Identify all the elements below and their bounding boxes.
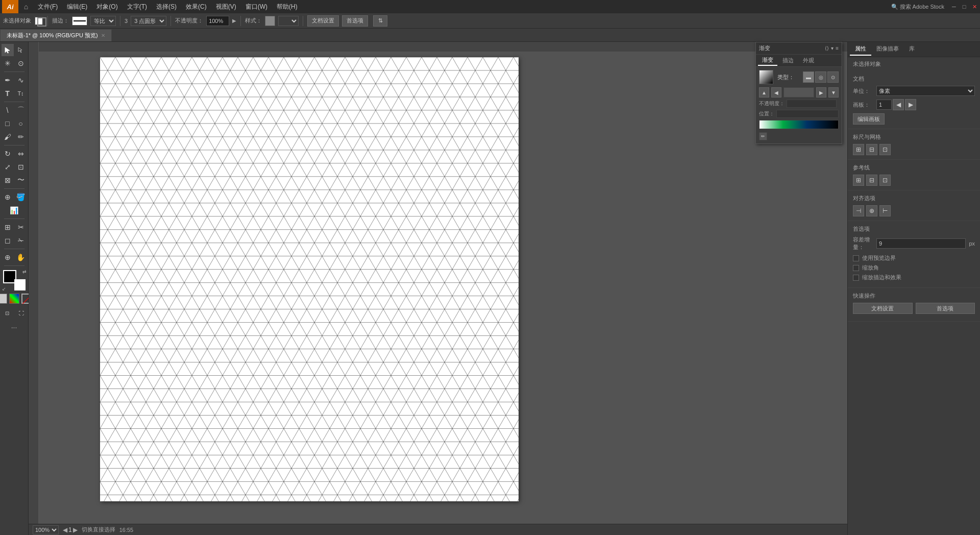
scissors-tool[interactable]: ✁ xyxy=(15,234,27,247)
more-tools[interactable]: ··· xyxy=(0,321,28,333)
snap-center-btn[interactable]: ⊕ xyxy=(866,205,877,216)
paintbrush-tool[interactable]: 🖌 xyxy=(2,131,14,143)
gradient-right-btn[interactable]: ▶ xyxy=(816,87,826,98)
freeform-gradient-btn[interactable]: ⊙ xyxy=(827,71,839,83)
gradient-up-btn[interactable]: ▲ xyxy=(759,87,769,98)
shear-tool[interactable]: ⊡ xyxy=(15,161,27,173)
width-tool[interactable]: ⊠ xyxy=(2,174,14,186)
ellipse-tool[interactable]: ○ xyxy=(15,117,27,130)
style-select[interactable] xyxy=(278,16,299,26)
brush-select[interactable]: 3 点圆形 xyxy=(131,16,166,26)
unit-select[interactable]: 像素 xyxy=(876,86,975,96)
pen-tool[interactable]: ✒ xyxy=(2,74,14,86)
normal-view[interactable]: ⊡ xyxy=(1,307,13,319)
tab-image-trace[interactable]: 图像描摹 xyxy=(871,43,904,56)
gradient-reverse[interactable] xyxy=(783,87,814,98)
menu-window[interactable]: 窗口(W) xyxy=(241,2,272,12)
gradient-left-btn[interactable]: ◀ xyxy=(771,87,781,98)
tab-libraries[interactable]: 库 xyxy=(904,43,920,56)
scale-corners-checkbox[interactable] xyxy=(853,265,859,271)
search-bar[interactable]: 🔍 搜索 Adobe Stock xyxy=(888,3,948,11)
doc-settings-button[interactable]: 文档设置 xyxy=(307,15,339,27)
stroke-color-swatch[interactable] xyxy=(37,17,46,27)
arc-tool[interactable]: ⌒ xyxy=(15,104,27,116)
curvature-tool[interactable]: ∿ xyxy=(15,74,27,86)
tab-properties[interactable]: 属性 xyxy=(850,43,871,56)
opacity-slider[interactable] xyxy=(787,100,837,108)
reflect-tool[interactable]: ⇔ xyxy=(15,148,27,160)
menu-effect[interactable]: 效果(C) xyxy=(182,2,211,12)
fill-mode[interactable] xyxy=(0,294,7,304)
pencil-tool[interactable]: ✏ xyxy=(15,131,27,143)
maximize-button[interactable]: □ xyxy=(961,3,968,10)
stroke-tab[interactable]: 描边 xyxy=(778,56,798,65)
quick-doc-settings-btn[interactable]: 文档设置 xyxy=(853,303,913,314)
panel-collapse-btn[interactable]: ▾ xyxy=(831,45,834,51)
clear-guides-btn[interactable]: ⊟ xyxy=(866,175,877,186)
gradient-mode[interactable] xyxy=(9,294,19,304)
magic-wand-tool[interactable]: ✳ xyxy=(2,57,14,69)
snap-bounds-checkbox[interactable] xyxy=(853,255,859,261)
quick-preferences-btn[interactable]: 首选项 xyxy=(916,303,975,314)
gradient-down-btn[interactable]: ▼ xyxy=(828,87,839,98)
edit-artboard-button[interactable]: 编辑画板 xyxy=(853,113,885,125)
document-tab[interactable]: 未标题-1* @ 100% (RGB/GPU 预览) ✕ xyxy=(0,29,112,41)
shape-builder-tool[interactable]: ⊕ xyxy=(2,191,14,203)
column-graph-tool[interactable]: 📊 xyxy=(8,204,20,216)
menu-select[interactable]: 选择(S) xyxy=(152,2,181,12)
opacity-input[interactable] xyxy=(206,16,229,26)
preferences-button[interactable]: 首选项 xyxy=(342,15,368,27)
artboard-prev[interactable]: ◀ xyxy=(893,99,904,110)
gradient-preview-swatch[interactable] xyxy=(759,70,773,84)
touch-type-tool[interactable]: T↕ xyxy=(15,87,27,100)
artboard-next[interactable]: ▶ xyxy=(905,99,916,110)
zoom-select[interactable]: 100% xyxy=(33,525,59,534)
line-tool[interactable]: \ xyxy=(2,104,14,116)
rotate-tool[interactable]: ↻ xyxy=(2,148,14,160)
eraser-tool[interactable]: ◻ xyxy=(2,234,14,247)
menu-help[interactable]: 帮助(H) xyxy=(273,2,302,12)
swap-colors[interactable]: ⇄ xyxy=(22,269,27,274)
linear-gradient-btn[interactable]: ▬ xyxy=(803,71,814,83)
appearance-tab[interactable]: 外观 xyxy=(799,56,818,65)
artboard-number-input[interactable] xyxy=(876,100,892,110)
snap-right-btn[interactable]: ⊢ xyxy=(879,205,891,216)
menu-type[interactable]: 文字(T) xyxy=(123,2,151,12)
stroke-color[interactable] xyxy=(14,279,26,290)
stroke-ratio-select[interactable]: 等比 xyxy=(90,16,116,26)
minimize-button[interactable]: ─ xyxy=(950,3,958,10)
rect-tool[interactable]: □ xyxy=(2,117,14,130)
type-tool[interactable]: T xyxy=(2,87,14,100)
hand-tool[interactable]: ✋ xyxy=(15,251,27,263)
scale-stroke-checkbox[interactable] xyxy=(853,275,859,281)
close-button[interactable]: ✕ xyxy=(971,3,978,10)
menu-file[interactable]: 文件(F) xyxy=(34,2,62,12)
radial-gradient-btn[interactable]: ◎ xyxy=(815,71,826,83)
live-paint-tool[interactable]: 🪣 xyxy=(15,191,27,203)
gradient-edit-btn[interactable]: ✏ xyxy=(759,132,767,140)
home-icon[interactable]: ⌂ xyxy=(19,0,33,13)
menu-edit[interactable]: 编辑(E) xyxy=(63,2,91,12)
style-preview[interactable] xyxy=(265,16,275,26)
menu-object[interactable]: 对象(O) xyxy=(92,2,121,12)
lock-guides-btn[interactable]: ⊡ xyxy=(879,175,891,186)
opacity-arrow[interactable]: ▶ xyxy=(232,18,236,23)
position-slider[interactable] xyxy=(776,110,839,118)
direct-selection-tool[interactable] xyxy=(15,44,27,56)
gradient-tab[interactable]: 渐变 xyxy=(758,55,777,66)
menu-view[interactable]: 视图(V) xyxy=(212,2,240,12)
show-rulers-btn[interactable]: ⊞ xyxy=(853,144,864,155)
panel-options-btn[interactable]: ≡ xyxy=(836,45,839,51)
slice-tool[interactable]: ✂ xyxy=(15,221,27,233)
make-guides-btn[interactable]: ⊞ xyxy=(853,175,864,186)
reset-colors[interactable]: ↙ xyxy=(2,286,6,291)
snap-left-btn[interactable]: ⊣ xyxy=(853,205,864,216)
selection-tool[interactable] xyxy=(2,44,14,56)
panel-expand-icon[interactable]: ⟨⟩ xyxy=(825,45,829,51)
zoom-tool[interactable]: ⊕ xyxy=(2,251,14,263)
show-grid-btn[interactable]: ⊟ xyxy=(866,144,877,155)
arrange-button[interactable]: ⇅ xyxy=(373,15,387,27)
stroke-type-preview[interactable] xyxy=(72,16,87,26)
lasso-tool[interactable]: ⊙ xyxy=(15,57,27,69)
full-screen-view[interactable]: ⛶ xyxy=(15,307,28,319)
